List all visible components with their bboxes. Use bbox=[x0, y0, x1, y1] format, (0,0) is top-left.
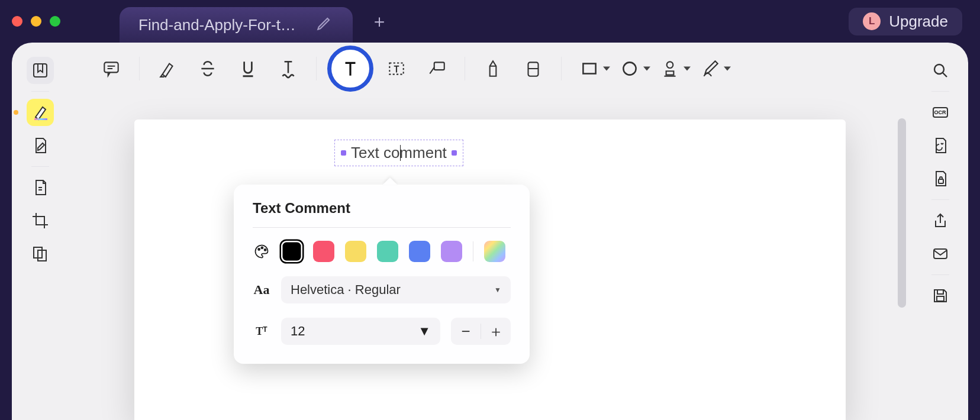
window-minimize-button[interactable] bbox=[31, 16, 41, 27]
document-tab[interactable]: Find-and-Apply-For-the-Be bbox=[120, 7, 353, 43]
svg-rect-18 bbox=[937, 290, 943, 294]
workspace: Text comment Text Comment bbox=[12, 43, 968, 420]
editor-center: Text comment Text Comment bbox=[68, 43, 912, 420]
right-rail-mail[interactable] bbox=[927, 240, 954, 267]
left-rail bbox=[12, 43, 68, 420]
color-swatch-black[interactable] bbox=[281, 241, 302, 262]
chevron-down-icon bbox=[684, 67, 691, 71]
chevron-down-icon: ▼ bbox=[494, 286, 501, 294]
svg-rect-4 bbox=[104, 62, 118, 72]
left-rail-crop[interactable] bbox=[27, 207, 54, 234]
rail-separator bbox=[931, 199, 949, 200]
tool-note[interactable] bbox=[94, 51, 128, 86]
svg-point-11 bbox=[258, 248, 260, 250]
font-size-decrease[interactable]: − bbox=[451, 318, 481, 345]
tool-pencil[interactable] bbox=[476, 51, 510, 86]
user-avatar[interactable]: L bbox=[863, 12, 881, 30]
rail-separator bbox=[31, 91, 49, 92]
chevron-down-icon bbox=[603, 67, 610, 71]
left-rail-page[interactable] bbox=[27, 174, 54, 201]
tool-underline[interactable] bbox=[231, 51, 265, 86]
popup-font-row: Aa Helvetica · Regular ▼ bbox=[253, 276, 511, 303]
upgrade-button[interactable]: L Upgrade bbox=[849, 8, 962, 35]
left-rail-edit[interactable] bbox=[27, 132, 54, 159]
titlebar: Find-and-Apply-For-the-Be ＋ L Upgrade bbox=[0, 0, 980, 43]
tool-eraser[interactable] bbox=[516, 51, 550, 86]
chevron-down-icon bbox=[724, 67, 731, 71]
tool-shape-ellipse[interactable] bbox=[612, 51, 647, 86]
page-area: Text comment Text Comment bbox=[68, 95, 912, 420]
resize-handle-right[interactable] bbox=[452, 150, 457, 156]
color-swatch-red[interactable] bbox=[313, 241, 334, 262]
right-rail-share[interactable] bbox=[927, 207, 954, 234]
svg-rect-17 bbox=[934, 249, 947, 259]
color-swatch-teal[interactable] bbox=[377, 241, 398, 262]
rail-separator bbox=[931, 274, 949, 275]
tool-stamp[interactable] bbox=[653, 51, 687, 86]
font-select[interactable]: Helvetica · Regular ▼ bbox=[281, 276, 511, 303]
text-comment-value: Text comment bbox=[351, 144, 447, 162]
chevron-down-icon bbox=[643, 67, 650, 71]
ocr-label: OCR bbox=[934, 109, 946, 115]
svg-rect-19 bbox=[937, 296, 944, 301]
right-rail-convert[interactable] bbox=[927, 132, 954, 159]
chevron-down-icon: ▼ bbox=[418, 324, 431, 339]
color-swatch-yellow[interactable] bbox=[345, 241, 366, 262]
right-rail-protect[interactable] bbox=[927, 165, 954, 192]
rename-icon[interactable] bbox=[315, 14, 334, 37]
font-size-stepper: − ＋ bbox=[451, 318, 511, 345]
color-swatch-custom[interactable] bbox=[484, 241, 505, 262]
swatch-separator bbox=[473, 241, 473, 261]
window-zoom-button[interactable] bbox=[50, 16, 60, 27]
tool-strikethrough[interactable] bbox=[191, 51, 225, 86]
right-rail: OCR bbox=[912, 43, 968, 420]
popup-divider bbox=[253, 227, 511, 228]
text-comment-popup: Text Comment bbox=[234, 185, 530, 364]
tool-squiggly[interactable] bbox=[271, 51, 305, 86]
palette-icon bbox=[253, 243, 270, 260]
document-page[interactable]: Text comment Text Comment bbox=[134, 119, 846, 420]
svg-rect-1 bbox=[34, 118, 47, 120]
window-controls bbox=[12, 16, 60, 27]
tool-shape-rect[interactable] bbox=[572, 51, 607, 86]
left-rail-compare[interactable] bbox=[27, 240, 54, 267]
vertical-scrollbar[interactable] bbox=[898, 118, 906, 308]
color-swatches bbox=[281, 241, 505, 262]
font-icon: Aa bbox=[253, 282, 270, 298]
font-size-select[interactable]: 12 ▼ bbox=[281, 318, 440, 345]
svg-rect-8 bbox=[583, 64, 595, 74]
right-rail-save[interactable] bbox=[927, 282, 954, 309]
tool-signature[interactable] bbox=[693, 51, 727, 86]
annotation-toolbar bbox=[68, 43, 912, 95]
font-size-value: 12 bbox=[291, 324, 305, 339]
font-size-icon: TT bbox=[253, 325, 270, 338]
svg-rect-6 bbox=[434, 62, 444, 70]
resize-handle-left[interactable] bbox=[341, 150, 346, 156]
color-swatch-blue[interactable] bbox=[409, 241, 430, 262]
rail-separator bbox=[31, 166, 49, 167]
tool-text-comment[interactable] bbox=[327, 46, 373, 92]
font-select-value: Helvetica · Regular bbox=[291, 282, 401, 298]
tool-textbox[interactable] bbox=[379, 51, 414, 86]
left-rail-annotate[interactable] bbox=[27, 99, 54, 126]
svg-rect-16 bbox=[939, 179, 943, 183]
text-comment-field[interactable]: Text comment bbox=[334, 140, 463, 166]
svg-point-14 bbox=[934, 64, 944, 74]
left-rail-bookmark[interactable] bbox=[27, 57, 54, 84]
tool-highlight[interactable] bbox=[150, 51, 185, 86]
upgrade-label: Upgrade bbox=[889, 12, 948, 31]
popup-size-row: TT 12 ▼ − ＋ bbox=[253, 318, 511, 345]
new-tab-button[interactable]: ＋ bbox=[370, 9, 388, 34]
popup-color-row bbox=[253, 241, 511, 262]
font-size-increase[interactable]: ＋ bbox=[481, 318, 511, 345]
svg-point-10 bbox=[667, 62, 673, 68]
svg-point-9 bbox=[623, 62, 636, 75]
popup-title: Text Comment bbox=[253, 200, 511, 217]
document-tab-title: Find-and-Apply-For-the-Be bbox=[138, 16, 304, 34]
rail-separator bbox=[931, 91, 949, 92]
window-close-button[interactable] bbox=[12, 16, 22, 27]
color-swatch-purple[interactable] bbox=[441, 241, 462, 262]
tool-callout[interactable] bbox=[420, 51, 454, 86]
right-rail-search[interactable] bbox=[927, 57, 954, 84]
right-rail-ocr[interactable]: OCR bbox=[927, 99, 954, 126]
